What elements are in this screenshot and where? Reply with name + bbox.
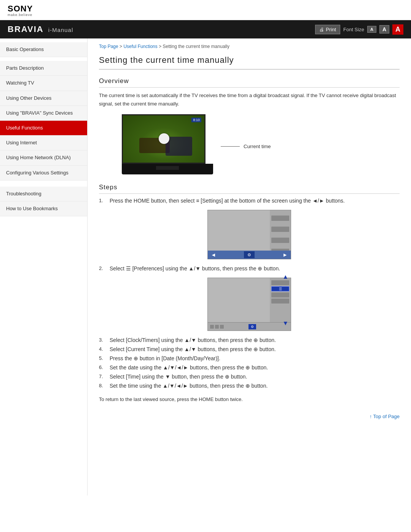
breadcrumb-sep2: >	[159, 44, 162, 49]
menu2-row-4	[271, 299, 289, 304]
menu2-left	[208, 278, 270, 322]
top-of-page-link[interactable]: ↑ Top of Page	[370, 414, 400, 419]
menu2-row-highlighted: ☰	[271, 286, 289, 291]
sidebar-item-useful-functions[interactable]: Useful Functions	[0, 121, 87, 136]
arrow-down-icon: ▼	[282, 320, 288, 327]
manual-type: i-Manual	[48, 27, 73, 33]
tv-body	[122, 164, 213, 174]
tv-image: 8:10	[122, 114, 213, 174]
sidebar: Basic Operations Parts Description Watch…	[0, 38, 88, 495]
step-5: 5. Press the ⊕ button in [Date (Month/Da…	[99, 355, 400, 361]
return-note: To return to the last viewed source, pre…	[99, 396, 400, 402]
menu2-right: ▲ ☰ ▼	[270, 278, 291, 322]
step-1: 1. Press the HOME button, then select ≡ …	[99, 198, 400, 204]
sidebar-item-watching-tv[interactable]: Watching TV	[0, 76, 87, 91]
step-3: 3. Select [Clock/Timers] using the ▲/▼ b…	[99, 337, 400, 343]
tv-screen: 8:10	[122, 114, 206, 164]
arrow-left-icon: ◄	[211, 252, 216, 258]
top-of-page: ↑ Top of Page	[99, 414, 400, 419]
menu-row-3	[271, 238, 289, 243]
breadcrumb-current: Setting the current time manually	[162, 44, 229, 49]
step-5-text: Press the ⊕ button in [Date (Month/Day/Y…	[110, 355, 400, 361]
sony-header: SONY make.believe	[0, 0, 411, 20]
tv-time-badge: 8:10	[191, 118, 201, 122]
sidebar-group-main: Basic Operations Parts Description Watch…	[0, 42, 87, 216]
menu-bottom-bar: ◄ ⚙ ►	[208, 251, 291, 259]
arrow-up-icon: ▲	[282, 273, 288, 280]
settings-icon: ⚙	[247, 252, 251, 257]
menu2-dot-1	[210, 325, 214, 329]
step-2: 2. Select ☰ [Preferences] using the ▲/▼ …	[99, 265, 400, 272]
font-large-button[interactable]: A	[392, 24, 403, 35]
sidebar-item-troubleshooting[interactable]: Troubleshooting	[0, 187, 87, 201]
menu2-bottom: ⚙	[208, 322, 291, 331]
main-layout: Basic Operations Parts Description Watch…	[0, 38, 411, 495]
menu-row-1	[271, 216, 289, 221]
step-4: 4. Select [Current Time] using the ▲/▼ b…	[99, 346, 400, 352]
breadcrumb-useful-functions[interactable]: Useful Functions	[123, 44, 157, 49]
step-6-text: Set the date using the ▲/▼/◄/► buttons, …	[110, 364, 400, 371]
overview-title: Overview	[99, 77, 400, 88]
step-8: 8. Set the time using the ▲/▼/◄/► button…	[99, 383, 400, 389]
step-3-text: Select [Clock/Timers] using the ▲/▼ butt…	[110, 337, 400, 343]
breadcrumb-top-page[interactable]: Top Page	[99, 44, 118, 49]
step-7: 7. Select [Time] using the ▼ button, the…	[99, 374, 400, 380]
sidebar-item-parts-description[interactable]: Parts Description	[0, 61, 87, 76]
prefs-icon: ☰	[279, 287, 282, 291]
tv-image-row: 8:10 Current time	[122, 114, 400, 174]
step-6: 6. Set the date using the ▲/▼/◄/► button…	[99, 364, 400, 371]
page-title: Setting the current time manually	[99, 55, 400, 70]
menu2-row-1	[271, 280, 289, 285]
menu2-settings-icon: ⚙	[249, 324, 256, 329]
menu2-bottom-dots	[210, 325, 224, 329]
nav-bar: BRAVIA i-Manual 🖨 Print Font Size A A A	[0, 20, 411, 38]
menu2-row-3	[271, 292, 289, 297]
step-8-num: 8.	[99, 383, 107, 389]
sidebar-item-bookmarks[interactable]: How to Use Bookmarks	[0, 201, 87, 216]
font-size-label: Font Size	[343, 27, 364, 32]
step-7-num: 7.	[99, 374, 107, 380]
sidebar-item-using-bravia-sync[interactable]: Using "BRAVIA" Sync Devices	[0, 106, 87, 121]
sidebar-item-using-internet[interactable]: Using Internet	[0, 136, 87, 150]
step-3-num: 3.	[99, 337, 107, 343]
menu2-dot-3	[220, 325, 224, 329]
sidebar-item-using-home-network[interactable]: Using Home Network (DLNA)	[0, 150, 87, 165]
font-medium-button[interactable]: A	[379, 25, 389, 34]
menu2-top: ▲ ☰ ▼	[208, 278, 291, 322]
step-1-image: ◄ ⚙ ►	[99, 210, 400, 259]
football-scene	[123, 115, 204, 163]
bravia-brand: BRAVIA	[8, 24, 44, 34]
step-4-text: Select [Current Time] using the ▲/▼ butt…	[110, 346, 400, 352]
step-6-num: 6.	[99, 364, 107, 371]
step-4-num: 4.	[99, 346, 107, 352]
font-small-button[interactable]: A	[367, 26, 376, 33]
content-area: Top Page > Useful Functions > Setting th…	[88, 38, 411, 495]
step-8-text: Set the time using the ▲/▼/◄/► buttons, …	[110, 383, 400, 389]
arrow-right-icon: ►	[282, 252, 288, 258]
print-button[interactable]: 🖨 Print	[315, 25, 340, 34]
step-1-num: 1.	[99, 198, 107, 204]
current-time-label: Current time	[244, 144, 271, 149]
menu2-dot-2	[215, 325, 219, 329]
menu-mockup-2: ▲ ☰ ▼	[207, 278, 291, 331]
sidebar-item-using-other-devices[interactable]: Using Other Devices	[0, 91, 87, 106]
step-2-text: Select ☰ [Preferences] using the ▲/▼ but…	[110, 265, 400, 272]
sony-logo: SONY make.believe	[8, 5, 403, 17]
menu-mockup-1: ◄ ⚙ ►	[207, 210, 291, 259]
player-leg-2	[166, 137, 192, 156]
menu-row-2	[271, 227, 289, 232]
step-2-num: 2.	[99, 265, 107, 272]
sidebar-item-configuring-settings[interactable]: Configuring Various Settings	[0, 166, 87, 181]
step-2-image: ▲ ☰ ▼	[99, 278, 400, 331]
step-1-text: Press the HOME button, then select ≡ [Se…	[110, 198, 400, 204]
steps-title: Steps	[99, 184, 400, 194]
sidebar-item-basic-operations[interactable]: Basic Operations	[0, 42, 87, 57]
step-7-text: Select [Time] using the ▼ button, then p…	[110, 374, 400, 380]
menu2-gear-icon: ⚙	[251, 325, 254, 329]
settings-icon-box: ⚙	[244, 251, 255, 258]
breadcrumb: Top Page > Useful Functions > Setting th…	[99, 44, 400, 49]
tv-stand	[156, 166, 179, 170]
print-icon: 🖨	[319, 27, 324, 32]
overview-text: The current time is set automatically if…	[99, 91, 400, 108]
breadcrumb-sep1: >	[119, 44, 123, 49]
